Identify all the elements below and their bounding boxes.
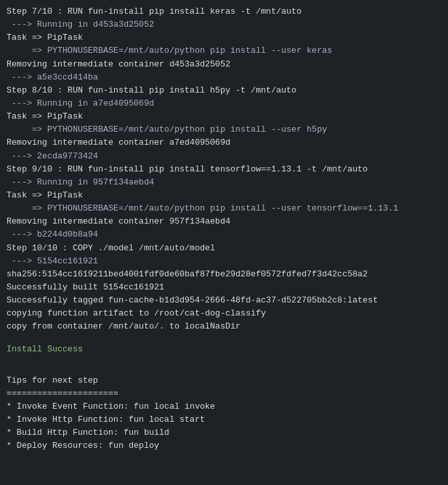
- terminal-line: * Build Http Function: fun build: [7, 426, 441, 439]
- terminal-line: ---> Running in d453a3d25052: [7, 18, 441, 31]
- terminal-line: Task => PipTask: [7, 31, 441, 44]
- terminal-line: ---> 5154cc161921: [7, 255, 441, 268]
- terminal-line: * Deploy Resources: fun deploy: [7, 439, 441, 452]
- terminal-output: Step 7/10 : RUN fun-install pip install …: [0, 0, 448, 485]
- terminal-line: => PYTHONUSERBASE=/mnt/auto/python pip i…: [7, 123, 441, 136]
- terminal-line: Removing intermediate container a7ed4095…: [7, 136, 441, 149]
- terminal-line: Removing intermediate container 957f134a…: [7, 215, 441, 228]
- terminal-line: Step 8/10 : RUN fun-install pip install …: [7, 84, 441, 97]
- terminal-line: => PYTHONUSERBASE=/mnt/auto/python pip i…: [7, 202, 441, 215]
- terminal-line: => PYTHONUSERBASE=/mnt/auto/python pip i…: [7, 44, 441, 57]
- terminal-line: * Invoke Http Function: fun local start: [7, 413, 441, 426]
- terminal-line: Successfully tagged fun-cache-b1d3d954-2…: [7, 294, 441, 307]
- terminal-line: ---> a5e3ccd414ba: [7, 71, 441, 84]
- terminal-line: Step 9/10 : RUN fun-install pip install …: [7, 163, 441, 176]
- spacer-line: [7, 365, 441, 374]
- spacer-line: [7, 356, 441, 365]
- spacer-line: [7, 334, 441, 343]
- terminal-line: Task => PipTask: [7, 110, 441, 123]
- terminal-line: * Invoke Event Function: fun local invok…: [7, 400, 441, 413]
- terminal-line: ======================: [7, 387, 441, 400]
- terminal-line: copying function artifact to /root/cat-d…: [7, 307, 441, 320]
- terminal-line: Task => PipTask: [7, 189, 441, 202]
- terminal-line: Step 10/10 : COPY ./model /mnt/auto/mode…: [7, 242, 441, 255]
- terminal-line: ---> b2244d0b8a94: [7, 228, 441, 241]
- terminal-line: Successfully built 5154cc161921: [7, 281, 441, 294]
- terminal-line: ---> Running in 957f134aebd4: [7, 176, 441, 189]
- terminal-line: Removing intermediate container d453a3d2…: [7, 58, 441, 71]
- terminal-line: ---> 2ecda9773424: [7, 150, 441, 163]
- terminal-line: sha256:5154cc1619211bed4001fdf0de60baf87…: [7, 268, 441, 281]
- terminal-line: Tips for next step: [7, 374, 441, 387]
- terminal-line: ---> Running in a7ed4095069d: [7, 97, 441, 110]
- terminal-line: copy from container /mnt/auto/. to local…: [7, 320, 441, 333]
- terminal-line: Install Success: [7, 343, 441, 356]
- terminal-line: Step 7/10 : RUN fun-install pip install …: [7, 5, 441, 18]
